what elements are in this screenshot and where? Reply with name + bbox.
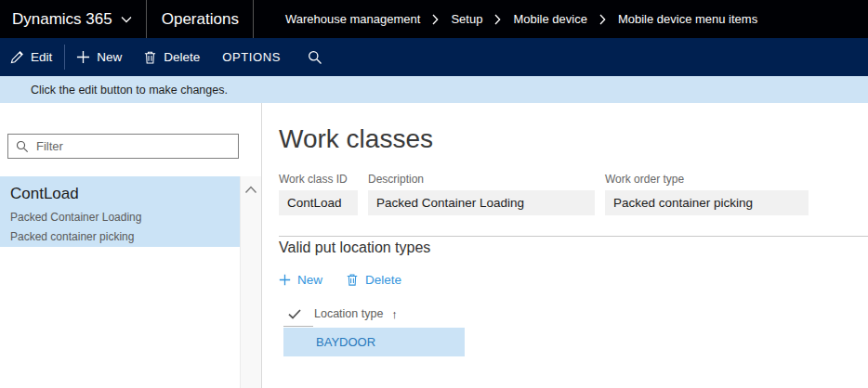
breadcrumb-item-mobile-device[interactable]: Mobile device — [513, 12, 587, 26]
delete-button-label: Delete — [164, 50, 200, 64]
top-navigation-bar: Dynamics 365 Operations Warehouse manage… — [0, 0, 868, 38]
breadcrumb: Warehouse management Setup Mobile device… — [285, 12, 757, 26]
topbar-divider — [146, 0, 147, 38]
delete-button[interactable]: Delete — [143, 50, 200, 64]
breadcrumb-separator-icon — [432, 14, 439, 25]
product-name[interactable]: Dynamics 365 — [12, 10, 112, 29]
field-value[interactable]: ContLoad — [279, 190, 358, 215]
list-item-contload-selected[interactable]: ContLoad Packed Container Loading Packed… — [0, 176, 240, 247]
field-description: Description Packed Container Loading — [368, 173, 595, 215]
notification-bar: Click the edit button to make changes. — [0, 76, 868, 103]
app-name[interactable]: Operations — [162, 10, 239, 29]
grid-header: Location type ↑ — [288, 304, 398, 324]
breadcrumb-item-warehouse-management[interactable]: Warehouse management — [285, 12, 421, 26]
list-item-id: ContLoad — [10, 185, 240, 203]
filter-input[interactable] — [36, 139, 238, 153]
notification-message: Click the edit button to make changes. — [31, 84, 228, 97]
plus-icon — [279, 274, 291, 286]
new-button[interactable]: New — [76, 50, 122, 64]
breadcrumb-item-mobile-device-menu-items[interactable]: Mobile device menu items — [618, 12, 757, 26]
topbar-divider — [253, 0, 254, 38]
grid-new-button[interactable]: New — [279, 273, 322, 287]
grid-delete-button-label: Delete — [365, 273, 401, 287]
pencil-icon — [10, 50, 24, 64]
header-fields: Work class ID ContLoad Description Packe… — [263, 173, 868, 230]
plus-icon — [76, 50, 90, 64]
breadcrumb-separator-icon — [494, 14, 501, 25]
column-header-label: Location type — [314, 307, 383, 320]
list-item-line1: Packed Container Loading — [10, 211, 240, 224]
field-label: Work class ID — [279, 173, 358, 186]
search-icon — [16, 140, 29, 153]
new-button-label: New — [97, 50, 122, 64]
record-list-panel: ContLoad Packed Container Loading Packed… — [0, 103, 262, 388]
chevron-down-icon[interactable] — [121, 16, 132, 23]
content-area: ContLoad Packed Container Loading Packed… — [0, 103, 868, 388]
field-work-class-id: Work class ID ContLoad — [279, 173, 358, 215]
section-toolbar: New Delete — [279, 270, 401, 289]
field-value[interactable]: Packed container picking — [605, 190, 809, 215]
action-bar: Edit New Delete OPTIONS — [0, 38, 868, 76]
field-value[interactable]: Packed Container Loading — [368, 190, 595, 215]
app-window: Dynamics 365 Operations Warehouse manage… — [0, 0, 868, 388]
detail-panel: Work classes Work class ID ContLoad Desc… — [263, 103, 868, 388]
field-work-order-type: Work order type Packed container picking — [605, 173, 809, 215]
field-label: Work order type — [605, 173, 809, 186]
search-icon[interactable] — [308, 50, 322, 65]
select-all-checkmark-icon[interactable] — [288, 309, 301, 319]
grid-row-baydoor[interactable]: BAYDOOR — [283, 328, 465, 356]
breadcrumb-separator-icon — [599, 14, 606, 25]
column-header-location-type[interactable]: Location type ↑ — [314, 307, 398, 321]
section-title: Valid put location types — [279, 239, 430, 256]
filter-box — [7, 134, 239, 159]
options-menu-button[interactable]: OPTIONS — [222, 50, 281, 64]
edit-button-label: Edit — [31, 50, 52, 64]
actionbar-divider — [64, 45, 65, 70]
list-item-line2: Packed container picking — [10, 230, 240, 243]
trash-icon — [143, 50, 157, 64]
page-title: Work classes — [279, 122, 433, 157]
check-column-underline — [283, 326, 313, 327]
sort-ascending-icon: ↑ — [391, 307, 398, 321]
list-scrollbar[interactable] — [240, 176, 261, 388]
field-label: Description — [368, 173, 595, 186]
trash-icon — [346, 273, 359, 286]
chevron-up-icon[interactable] — [244, 186, 257, 194]
grid-delete-button[interactable]: Delete — [346, 273, 401, 287]
grid-new-button-label: New — [297, 273, 322, 287]
section-divider — [279, 236, 868, 237]
edit-button[interactable]: Edit — [10, 50, 52, 64]
breadcrumb-item-setup[interactable]: Setup — [451, 12, 482, 26]
location-type-cell: BAYDOOR — [316, 328, 465, 356]
